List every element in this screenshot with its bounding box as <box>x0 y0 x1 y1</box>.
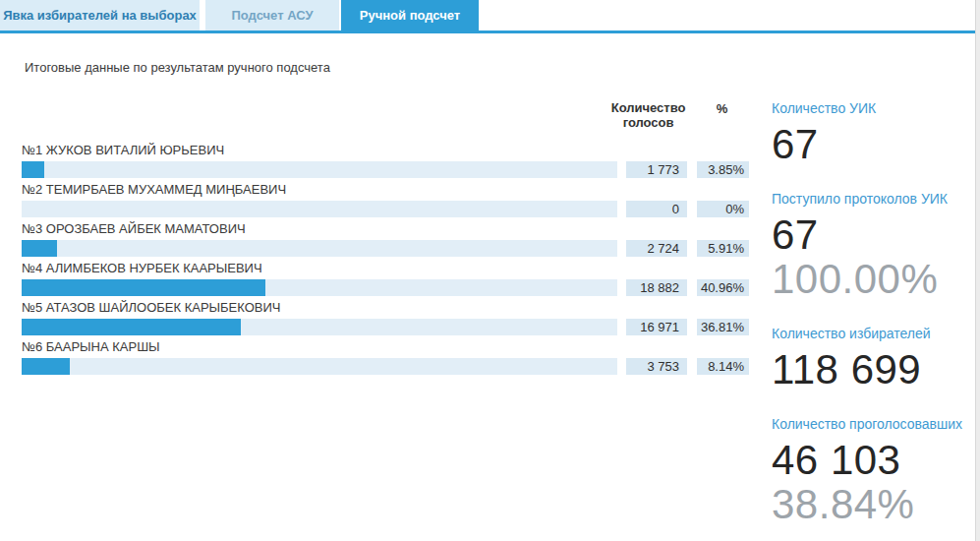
stat-label: Количество проголосовавших <box>772 416 973 432</box>
percent-value: 5.91% <box>697 240 749 257</box>
row-bar-line: 2 724 5.91% <box>22 240 749 257</box>
table-row: №4 АЛИМБЕКОВ НУРБЕК КААРЫЕВИЧ 18 882 40.… <box>22 261 749 296</box>
votes-value: 18 882 <box>626 279 687 296</box>
vote-bar-track <box>22 358 617 375</box>
percent-column-header: % <box>695 100 749 130</box>
candidate-name: №2 ТЕМИРБАЕВ МУХАММЕД МИҢБАЕВИЧ <box>22 182 749 198</box>
stat-group: Количество избирателей 118 699 <box>772 326 973 391</box>
vote-bar-fill <box>22 240 57 257</box>
percent-value: 40.96% <box>697 279 749 296</box>
stat-label: Поступило протоколов УИК <box>772 191 973 207</box>
stat-group: Количество УИК 67 <box>772 100 973 166</box>
vote-bar-fill <box>22 319 241 335</box>
stat-number: 118 699 <box>772 347 973 391</box>
manual-count-page: Явка избирателей на выборах Подсчет АСУ … <box>0 0 976 541</box>
row-bar-line: 16 971 36.81% <box>22 319 749 335</box>
table-row: №1 ЖУКОВ ВИТАЛИЙ ЮРЬЕВИЧ 1 773 3.85% <box>22 143 749 178</box>
row-bar-line: 3 753 8.14% <box>22 358 749 375</box>
results-chart: Количество голосов % №1 ЖУКОВ ВИТАЛИЙ ЮР… <box>22 100 749 541</box>
stat-label: Количество избирателей <box>772 326 973 341</box>
vote-bar-track <box>22 201 617 217</box>
table-row: №6 БААРЫНА КАРШЫ 3 753 8.14% <box>22 339 749 375</box>
chart-header: Количество голосов % <box>607 100 749 130</box>
votes-column-header: Количество голосов <box>607 100 689 130</box>
stat-percent: 100.00% <box>772 257 973 301</box>
vote-bar-track <box>22 240 617 257</box>
stats-panel: Количество УИК 67 Поступило протоколов У… <box>772 100 973 541</box>
vote-bar-track <box>22 319 617 335</box>
row-bar-line: 1 773 3.85% <box>22 161 749 178</box>
candidate-name: №6 БААРЫНА КАРШЫ <box>22 339 749 355</box>
candidate-rows: №1 ЖУКОВ ВИТАЛИЙ ЮРЬЕВИЧ 1 773 3.85% №2 … <box>22 143 749 375</box>
candidate-name: №4 АЛИМБЕКОВ НУРБЕК КААРЫЕВИЧ <box>22 261 749 276</box>
votes-value: 16 971 <box>626 319 687 335</box>
table-row: №3 ОРОЗБАЕВ АЙБЕК МАМАТОВИЧ 2 724 5.91% <box>22 221 749 257</box>
stat-number: 67 <box>772 212 973 257</box>
vote-bar-fill <box>22 161 44 178</box>
row-bar-line: 0 0% <box>22 201 749 217</box>
percent-value: 8.14% <box>697 358 749 375</box>
percent-value: 3.85% <box>697 161 749 178</box>
page-title: Итоговые данные по результатам ручного п… <box>25 60 975 75</box>
votes-value: 0 <box>626 201 687 217</box>
active-tab-underline <box>0 30 975 33</box>
candidate-name: №5 АТАЗОВ ШАЙЛООБЕК КАРЫБЕКОВИЧ <box>22 300 749 316</box>
tab-voter-turnout[interactable]: Явка избирателей на выборах <box>0 0 200 30</box>
main-content: Количество голосов % №1 ЖУКОВ ВИТАЛИЙ ЮР… <box>0 100 975 541</box>
row-bar-line: 18 882 40.96% <box>22 279 749 296</box>
stat-number: 67 <box>772 122 973 166</box>
stat-group: Поступило протоколов УИК 67100.00% <box>772 191 973 301</box>
tab-manual-count[interactable]: Ручной подсчет <box>341 0 479 30</box>
stat-group: Количество проголосовавших 46 10338.84% <box>772 416 973 526</box>
votes-value: 1 773 <box>626 161 687 178</box>
table-row: №2 ТЕМИРБАЕВ МУХАММЕД МИҢБАЕВИЧ 0 0% <box>22 182 749 217</box>
tabs-bar: Явка избирателей на выборах Подсчет АСУ … <box>0 0 975 30</box>
vote-bar-track <box>22 161 617 178</box>
vote-bar-fill <box>22 358 70 375</box>
candidate-name: №1 ЖУКОВ ВИТАЛИЙ ЮРЬЕВИЧ <box>22 143 749 158</box>
vote-bar-track <box>22 279 617 296</box>
stat-label: Количество УИК <box>772 100 973 116</box>
stat-percent: 38.84% <box>772 482 973 526</box>
percent-value: 36.81% <box>697 319 749 335</box>
stat-number: 46 103 <box>772 438 973 482</box>
votes-value: 2 724 <box>626 240 687 257</box>
table-row: №5 АТАЗОВ ШАЙЛООБЕК КАРЫБЕКОВИЧ 16 971 3… <box>22 300 749 335</box>
candidate-name: №3 ОРОЗБАЕВ АЙБЕК МАМАТОВИЧ <box>22 221 749 237</box>
vote-bar-fill <box>22 279 265 296</box>
votes-value: 3 753 <box>626 358 687 375</box>
percent-value: 0% <box>697 201 749 217</box>
tab-asu-count[interactable]: Подсчет АСУ <box>205 0 339 30</box>
